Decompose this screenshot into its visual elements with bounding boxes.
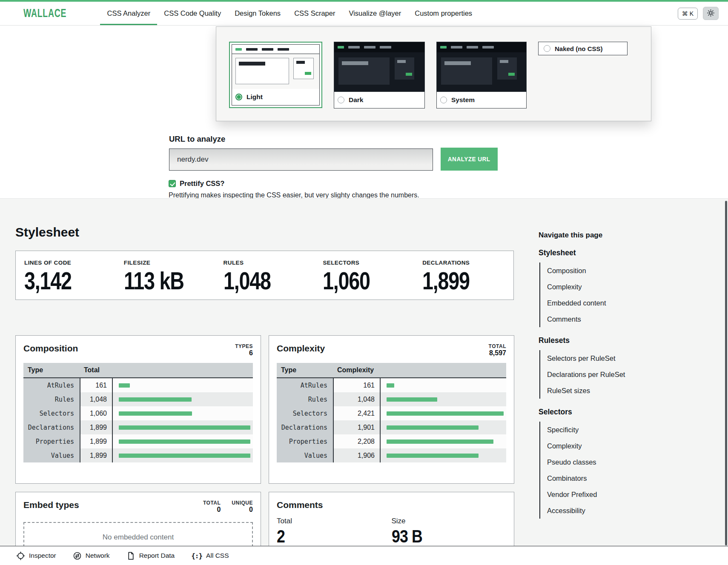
navbar-actions: ⌘ K (678, 2, 728, 25)
report-section: Stylesheet LINES OF CODE 3,142 FILESIZE … (0, 198, 728, 546)
table-row: Values 1,906 (277, 448, 506, 462)
page-nav-link[interactable]: Declarations per RuleSet (547, 366, 662, 382)
tab-network[interactable]: Network (73, 551, 110, 560)
stylesheet-heading: Stylesheet (15, 225, 79, 240)
tab-all-css[interactable]: {:} All CSS (191, 552, 229, 560)
value-bar (387, 383, 394, 388)
table-row: AtRules 161 (23, 378, 253, 392)
vertical-scrollbar[interactable] (725, 201, 727, 545)
value-bar (387, 397, 437, 402)
page-navigation: Navigate this page Stylesheet Compositio… (539, 231, 662, 519)
page-nav-title: Navigate this page (539, 231, 662, 240)
meta-stat: UNIQUE 0 (232, 500, 253, 514)
page-nav-link[interactable]: Complexity (547, 438, 662, 454)
theme-option-light[interactable]: Light (229, 42, 322, 108)
theme-option-dark[interactable]: Dark (334, 42, 425, 108)
theme-option-naked[interactable]: Naked (no CSS) (538, 42, 628, 55)
network-icon (73, 551, 82, 560)
page-nav-link[interactable]: Embedded content (547, 295, 662, 311)
page-nav-section-selectors[interactable]: Selectors (539, 408, 662, 417)
table-row: Properties 1,899 (23, 434, 253, 448)
bottom-toolbar: Inspector Network Report Data {:} All (0, 546, 728, 565)
wallace-logo[interactable]: WALLACE (23, 2, 83, 25)
prettify-checkbox[interactable] (169, 180, 176, 187)
page-nav-link[interactable]: Complexity (547, 279, 662, 295)
page-nav-link[interactable]: Comments (547, 311, 662, 327)
top-navbar: WALLACE CSS AnalyzerCSS Code QualityDesi… (0, 0, 728, 26)
tab-report-data[interactable]: Report Data (126, 551, 175, 560)
meta-stat: TOTAL 0 (203, 500, 221, 514)
url-label: URL to analyze (169, 134, 225, 144)
page-nav-link[interactable]: Combinators (547, 470, 662, 486)
theme-toggle-button[interactable] (703, 7, 719, 20)
table-row: AtRules 161 (277, 378, 506, 392)
composition-title: Composition (23, 343, 78, 354)
command-palette-button[interactable]: ⌘ K (678, 8, 698, 20)
nav-item[interactable]: CSS Analyzer (100, 2, 157, 25)
page-nav-link[interactable]: Pseudo classes (547, 454, 662, 470)
value-bar (119, 425, 250, 430)
comments-title: Comments (277, 500, 323, 510)
stat-item: SELECTORS 1,060 (314, 260, 414, 291)
stylesheet-stats-panel: LINES OF CODE 3,142 FILESIZE 113 kB RULE… (15, 251, 514, 300)
table-row: Declarations 1,899 (23, 420, 253, 434)
page-nav-link[interactable]: Vendor Prefixed (547, 486, 662, 502)
table-row: Values 1,899 (23, 448, 253, 462)
page-nav-link[interactable]: Accessibility (547, 502, 662, 519)
page-nav-link[interactable]: RuleSet sizes (547, 382, 662, 399)
page-nav-link[interactable]: Specificity (547, 422, 662, 438)
value-bar (387, 411, 504, 416)
value-bar (387, 439, 493, 444)
prettify-label: Prettify CSS? (180, 180, 224, 188)
value-bar (387, 425, 479, 430)
complexity-card: Complexity TOTAL 8,597 Type Complexity A… (269, 335, 514, 484)
comments-card: Comments Total 2 Size 93 B (269, 492, 514, 546)
light-theme-preview: Light (232, 44, 320, 106)
stat-item: FILESIZE 113 kB (115, 260, 215, 291)
braces-icon: {:} (191, 552, 202, 560)
page-nav-link[interactable]: Selectors per RuleSet (547, 350, 662, 366)
page-nav-section-rulesets[interactable]: Rulesets (539, 336, 662, 345)
composition-table: Type Total AtRules 161 Rules 1,048 (23, 363, 253, 462)
main-nav: CSS AnalyzerCSS Code QualityDesign Token… (100, 2, 479, 25)
app-window: WALLACE CSS AnalyzerCSS Code QualityDesi… (0, 0, 728, 565)
page-nav-section-stylesheet[interactable]: Stylesheet (539, 248, 662, 257)
naked-radio[interactable] (544, 45, 550, 52)
crosshair-icon (16, 551, 25, 560)
table-row: Declarations 1,901 (277, 420, 506, 434)
stat-item: LINES OF CODE 3,142 (16, 260, 115, 291)
light-radio[interactable] (235, 94, 242, 100)
nav-item[interactable]: CSS Scraper (287, 2, 342, 25)
complexity-table: Type Complexity AtRules 161 Rules 1,048 (277, 363, 506, 462)
tab-inspector[interactable]: Inspector (16, 551, 56, 560)
dark-radio[interactable] (338, 97, 344, 103)
theme-option-system[interactable]: System (436, 42, 527, 108)
dark-theme-preview (334, 42, 424, 91)
complexity-title: Complexity (277, 343, 325, 354)
sun-icon (707, 9, 715, 18)
no-embedded-content-box: No embedded content (23, 522, 253, 546)
nav-item[interactable]: CSS Code Quality (157, 2, 228, 25)
value-bar (119, 439, 250, 444)
value-bar (119, 454, 250, 458)
table-row: Selectors 1,060 (23, 406, 253, 420)
document-icon (126, 551, 135, 560)
nav-item[interactable]: Visualize @layer (342, 2, 408, 25)
value-bar (119, 411, 192, 416)
analyze-url-button[interactable]: ANALYZE URL (441, 148, 498, 171)
nav-item[interactable]: Design Tokens (228, 2, 287, 25)
page-nav-link[interactable]: Composition (547, 263, 662, 279)
stat-item: DECLARATIONS 1,899 (414, 260, 513, 291)
stat-item: RULES 1,048 (215, 260, 315, 291)
embed-types-card: Embed types TOTAL 0 UNIQUE 0 No embedded… (15, 492, 261, 546)
composition-card: Composition TYPES 6 Type Total AtRules 1… (15, 335, 261, 484)
table-row: Rules 1,048 (277, 392, 506, 406)
value-bar (119, 383, 130, 388)
system-radio[interactable] (440, 97, 447, 103)
table-row: Properties 2,208 (277, 434, 506, 448)
url-input[interactable] (169, 148, 433, 171)
table-row: Rules 1,048 (23, 392, 253, 406)
nav-item[interactable]: Custom properties (408, 2, 479, 25)
prettify-row: Prettify CSS? (169, 180, 224, 188)
embed-types-title: Embed types (23, 500, 79, 510)
